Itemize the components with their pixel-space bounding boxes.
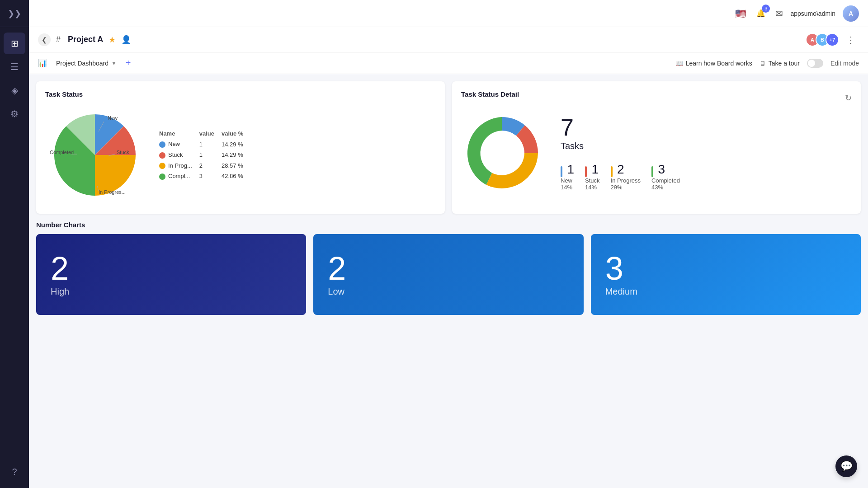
- sidebar-item-integrations[interactable]: ◈: [4, 80, 25, 101]
- legend-row: In Prog... 2 28.57 %: [159, 160, 250, 171]
- pie-chart: New Stuck In Progres... Completed: [45, 105, 145, 205]
- language-flag[interactable]: 🇺🇸: [735, 8, 746, 19]
- avatar-stack: A B +7: [806, 33, 839, 47]
- stat-value: 2: [611, 162, 641, 177]
- learn-board-link[interactable]: 📖 Learn how Board works: [675, 60, 752, 67]
- donut-info: 7 Tasks 1 New 14% 1 Stuck 14% 2 In Progr…: [561, 116, 680, 191]
- total-tasks-number: 7: [561, 116, 680, 139]
- status-stat: 2 In Progress 29%: [611, 162, 641, 191]
- project-menu-button[interactable]: ⋮: [843, 33, 859, 47]
- learn-label: Learn how Board works: [686, 60, 752, 67]
- team-icon[interactable]: 👤: [121, 35, 131, 45]
- top-bar: 🇺🇸 🔔 3 ✉ appsumo\admin A: [0, 0, 868, 27]
- task-detail-header: Task Status Detail ↻: [461, 90, 852, 105]
- legend-pct: 42.86 %: [222, 171, 250, 182]
- legend-header-value: value: [199, 128, 222, 139]
- chat-icon: 💬: [840, 460, 853, 472]
- sidebar-collapse-toggle[interactable]: ❯❯: [0, 0, 29, 27]
- task-legend: Name value value % New 1 14.29 % Stuck 1…: [159, 128, 250, 181]
- legend-name: In Prog...: [159, 160, 199, 171]
- number-chart-card: 2 High: [36, 234, 306, 315]
- svg-text:New: New: [108, 115, 118, 121]
- project-header-right: A B +7 ⋮: [806, 33, 859, 47]
- edit-mode-toggle[interactable]: [807, 59, 823, 68]
- legend-row: Compl... 3 42.86 %: [159, 171, 250, 182]
- notifications-button[interactable]: 🔔 3: [754, 6, 768, 21]
- svg-text:Stuck: Stuck: [117, 150, 129, 155]
- legend-value: 1: [199, 150, 222, 160]
- avatar-overflow-count[interactable]: +7: [826, 33, 839, 47]
- legend-value: 3: [199, 171, 222, 182]
- task-status-content: New Stuck In Progres... Completed: [45, 105, 436, 205]
- number-chart-card: 3 Medium: [591, 234, 861, 315]
- notification-badge: 3: [762, 5, 770, 13]
- stat-value: 1: [561, 162, 574, 177]
- number-card-value: 2: [51, 252, 69, 285]
- number-charts-row: 2 High 2 Low 3 Medium: [36, 234, 861, 315]
- status-stat: 3 Completed 43%: [651, 162, 680, 191]
- sidebar-toggle-button[interactable]: ❮: [38, 33, 51, 46]
- svg-text:Completed: Completed: [50, 150, 74, 155]
- project-hash-symbol: #: [56, 35, 61, 44]
- project-name: Project A: [68, 35, 103, 44]
- stat-name: New: [561, 177, 574, 184]
- legend-header-pct: value %: [222, 128, 250, 139]
- book-icon: 📖: [675, 60, 683, 67]
- number-card-label: Medium: [605, 286, 637, 297]
- legend-name: New: [159, 139, 199, 150]
- help-icon[interactable]: ?: [4, 461, 25, 483]
- number-card-label: Low: [328, 286, 344, 297]
- favorite-star-icon[interactable]: ★: [108, 35, 116, 45]
- number-chart-card: 2 Low: [313, 234, 583, 315]
- tour-label: Take a tour: [769, 60, 800, 67]
- chevron-right-icon[interactable]: ❯❯: [8, 9, 21, 19]
- legend-pct: 14.29 %: [222, 150, 250, 160]
- task-detail-content: 7 Tasks 1 New 14% 1 Stuck 14% 2 In Progr…: [461, 105, 852, 201]
- task-detail-title: Task Status Detail: [461, 90, 519, 98]
- task-detail-card: Task Status Detail ↻: [452, 81, 861, 214]
- legend-name: Stuck: [159, 150, 199, 160]
- status-stat: 1 Stuck 14%: [585, 162, 600, 191]
- chevron-left-icon: ❮: [42, 36, 47, 43]
- task-status-title: Task Status: [45, 90, 436, 98]
- add-tab-button[interactable]: +: [126, 58, 131, 68]
- number-charts-title: Number Charts: [36, 221, 861, 229]
- stat-pct: 43%: [651, 184, 680, 191]
- message-icon[interactable]: ✉: [775, 8, 783, 19]
- legend-row: New 1 14.29 %: [159, 139, 250, 150]
- sidebar-item-settings[interactable]: ⚙: [4, 103, 25, 125]
- stat-pct: 29%: [611, 184, 641, 191]
- user-avatar[interactable]: A: [843, 5, 859, 22]
- number-card-value: 3: [605, 252, 623, 285]
- stat-name: Completed: [651, 177, 680, 184]
- chat-fab-button[interactable]: 💬: [835, 455, 857, 477]
- tab-bar: 📊 Project Dashboard ▼ + 📖 Learn how Boar…: [29, 52, 868, 74]
- tab-bar-actions: 📖 Learn how Board works 🖥 Take a tour Ed…: [675, 59, 859, 68]
- tab-label: Project Dashboard: [56, 60, 108, 67]
- charts-row: Task Status: [36, 81, 861, 214]
- legend-value: 2: [199, 160, 222, 171]
- sidebar-nav: ⊞ ☰ ◈ ⚙: [4, 27, 25, 455]
- task-status-card: Task Status: [36, 81, 445, 214]
- legend-row: Stuck 1 14.29 %: [159, 150, 250, 160]
- donut-chart: [461, 113, 542, 194]
- stat-pct: 14%: [561, 184, 574, 191]
- tour-icon: 🖥: [760, 60, 766, 67]
- tab-chevron-icon: ▼: [111, 60, 117, 66]
- number-card-label: High: [51, 286, 69, 297]
- legend-value: 1: [199, 139, 222, 150]
- svg-text:In Progres...: In Progres...: [99, 189, 126, 195]
- legend-pct: 28.57 %: [222, 160, 250, 171]
- take-tour-link[interactable]: 🖥 Take a tour: [760, 60, 800, 67]
- username-label: appsumo\admin: [790, 10, 835, 17]
- stat-value: 3: [651, 162, 680, 177]
- sidebar-item-list[interactable]: ☰: [4, 56, 25, 78]
- sidebar-item-grid[interactable]: ⊞: [4, 33, 25, 54]
- tab-project-dashboard[interactable]: Project Dashboard ▼: [52, 57, 120, 70]
- edit-mode-label: Edit mode: [830, 60, 859, 67]
- legend-header-name: Name: [159, 128, 199, 139]
- project-header: ❮ # Project A ★ 👤 A B +7 ⋮: [29, 27, 868, 52]
- sidebar: ❯❯ ⊞ ☰ ◈ ⚙ ?: [0, 0, 29, 488]
- stat-name: Stuck: [585, 177, 600, 184]
- refresh-icon[interactable]: ↻: [845, 93, 852, 103]
